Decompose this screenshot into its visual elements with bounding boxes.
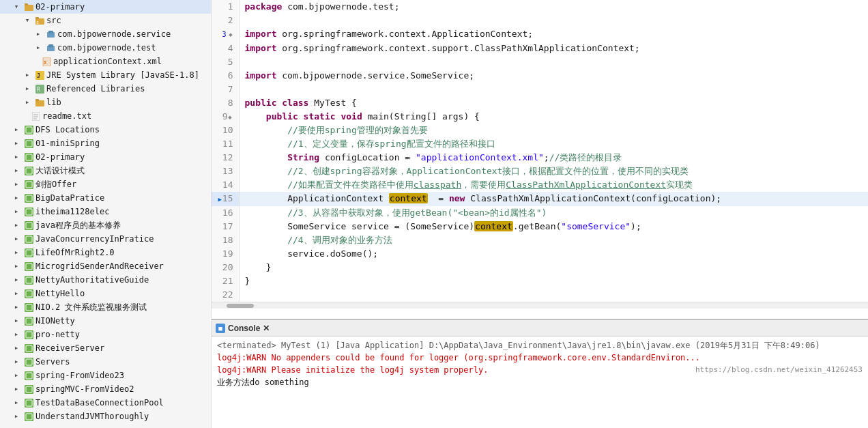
tree-item-microgrid[interactable]: MicrogridSenderAndReceiver <box>0 259 211 273</box>
tree-item-jre[interactable]: J JRE System Library [JavaSE-1.8] <box>0 68 211 82</box>
tree-item-spring-video23[interactable]: spring-FromVideo23 <box>0 369 211 382</box>
tree-label: springMVC-FromVideo2 <box>35 383 134 395</box>
project-icon <box>23 274 34 285</box>
tree-label: 01-miniSpring <box>35 137 100 149</box>
tree-item-lifeofmr[interactable]: LifeOfMrRight2.0 <box>0 246 211 259</box>
table-row: 10 //要使用spring管理的对象首先要 <box>212 124 868 137</box>
line-number: 8 <box>212 96 239 110</box>
line-content: import org.springframework.context.Appli… <box>239 27 868 42</box>
scroll-thumb[interactable] <box>227 304 254 308</box>
project-icon <box>23 124 34 135</box>
table-row: 20 } <box>212 261 868 274</box>
line-number: 7 <box>212 83 239 96</box>
tree-item-readme[interactable]: readme.txt <box>0 109 211 123</box>
line-content: ApplicationContext context = new ClassPa… <box>239 192 868 206</box>
tree-label: DFS Locations <box>35 124 100 136</box>
console-body[interactable]: <terminated> MyTest (1) [Java Applicatio… <box>212 337 868 428</box>
table-row: 13 //2、创建spring容器对象，ApplicationContext接口… <box>212 165 868 178</box>
tree-item-bigdata[interactable]: BigDataPratice <box>0 191 211 205</box>
line-number: 17 <box>212 220 239 233</box>
line-content: //2、创建spring容器对象，ApplicationContext接口，根据… <box>239 165 868 178</box>
arrow-icon <box>11 384 22 395</box>
svg-rect-9 <box>48 44 53 47</box>
line-number: 19 <box>212 247 239 261</box>
arrow-icon <box>22 15 33 26</box>
table-row: 18 //4、调用对象的业务方法 <box>212 233 868 247</box>
tree-item-servers[interactable]: Servers <box>0 355 211 369</box>
tree-item-java-basics[interactable]: java程序员的基本修养 <box>0 218 211 232</box>
line-number: 13 <box>212 165 239 178</box>
tree-item-appctx-xml[interactable]: X applicationContext.xml <box>0 55 211 68</box>
horizontal-scrollbar[interactable] <box>212 302 868 309</box>
tree-item-lib[interactable]: lib <box>0 96 211 109</box>
project-icon <box>23 152 34 162</box>
tree-item-netty-hello[interactable]: NettyHello <box>0 287 211 300</box>
arrow-icon <box>11 302 22 313</box>
tree-item-dfs[interactable]: DFS Locations <box>0 123 211 137</box>
tree-item-jvm[interactable]: UnderstandJVMThoroughly <box>0 410 211 423</box>
tree-item-springmvc[interactable]: springMVC-FromVideo2 <box>0 382 211 396</box>
tree-item-java-concurrency[interactable]: JavaConcurrencyInPratice <box>0 232 211 246</box>
tree-label: Servers <box>35 356 70 368</box>
tree-label: 大话设计模式 <box>35 165 85 177</box>
tree-item-02-primary-2[interactable]: 02-primary <box>0 150 211 164</box>
code-editor[interactable]: 1 package com.bjpowernode.test; 2 3⬥ imp… <box>212 0 868 319</box>
tree-item-testdb[interactable]: TestDataBaseConnectionPool <box>0 396 211 410</box>
table-row: 22 <box>212 288 868 302</box>
tree-item-src[interactable]: s src <box>0 14 211 27</box>
line-number: 12 <box>212 151 239 165</box>
table-row: 7 <box>212 83 868 96</box>
project-icon <box>23 288 34 299</box>
tree-label: UnderstandJVMThoroughly <box>35 410 149 423</box>
tree-item-pkg-test[interactable]: com.bjpowernode.test <box>0 41 211 55</box>
arrow-icon <box>33 29 44 40</box>
console-warn2: log4j:WARN Please initialize the log4j s… <box>217 364 863 376</box>
line-number: 22 <box>212 288 239 302</box>
arrow-icon <box>11 343 22 354</box>
project-icon <box>23 356 34 367</box>
tree-item-nio2[interactable]: NIO.2 文件系统监视服务测试 <box>0 300 211 314</box>
line-number: 3⬥ <box>212 27 239 42</box>
line-number: 16 <box>212 206 239 220</box>
arrow-icon <box>11 411 22 422</box>
tree-item-netty-auth[interactable]: NettyAuthoritativeGuide <box>0 273 211 287</box>
line-content: import org.springframework.context.suppo… <box>239 42 868 55</box>
tree-label: NIONetty <box>35 315 75 327</box>
tree-item-ref-libs[interactable]: R Referenced Libraries <box>0 82 211 96</box>
arrow-icon <box>11 329 22 340</box>
txt-icon <box>30 111 41 122</box>
line-content: //4、调用对象的业务方法 <box>239 233 868 247</box>
line-content: public static void main(String[] args) { <box>239 110 868 124</box>
line-number: 11 <box>212 137 239 151</box>
line-number: 4 <box>212 42 239 55</box>
arrow-icon <box>11 261 22 272</box>
arrow-icon <box>11 247 22 258</box>
table-row: 6 import com.bjpowernode.service.SomeSer… <box>212 69 868 83</box>
line-content <box>239 288 868 302</box>
right-panel: 1 package com.bjpowernode.test; 2 3⬥ imp… <box>212 0 868 428</box>
line-number: 5 <box>212 55 239 69</box>
tree-item-jianzhi[interactable]: 剑指Offer <box>0 177 211 191</box>
tree-item-minispring[interactable]: 01-miniSpring <box>0 137 211 150</box>
arrow-icon <box>11 165 22 176</box>
tree-item-nionetty[interactable]: NIONetty <box>0 314 211 328</box>
line-number: 1 <box>212 0 239 14</box>
arrow-icon <box>11 220 22 231</box>
project-icon <box>23 220 34 231</box>
table-row: 8 public class MyTest { <box>212 96 868 110</box>
tree-label: src <box>46 14 61 27</box>
tree-label: com.bjpowernode.test <box>57 42 156 54</box>
tree-item-pro-netty[interactable]: pro-netty <box>0 328 211 341</box>
tree-item-dahua[interactable]: 大话设计模式 <box>0 164 211 177</box>
tree-item-receiver[interactable]: ReceiverServer <box>0 341 211 355</box>
project-icon <box>23 397 34 408</box>
line-content <box>239 55 868 69</box>
arrow-icon <box>11 370 22 381</box>
tree-item-itheima[interactable]: itheima1128elec <box>0 205 211 218</box>
console-header: ■ Console ✕ <box>212 320 868 337</box>
tree-item-02-primary[interactable]: 02-primary <box>0 0 211 14</box>
table-row: 19 service.doSome(); <box>212 247 868 261</box>
table-row: 16 //3、从容器中获取对象，使用getBean("<bean>的id属性名"… <box>212 206 868 220</box>
tree-item-pkg-service[interactable]: com.bjpowernode.service <box>0 27 211 41</box>
line-content: import com.bjpowernode.service.SomeServi… <box>239 69 868 83</box>
